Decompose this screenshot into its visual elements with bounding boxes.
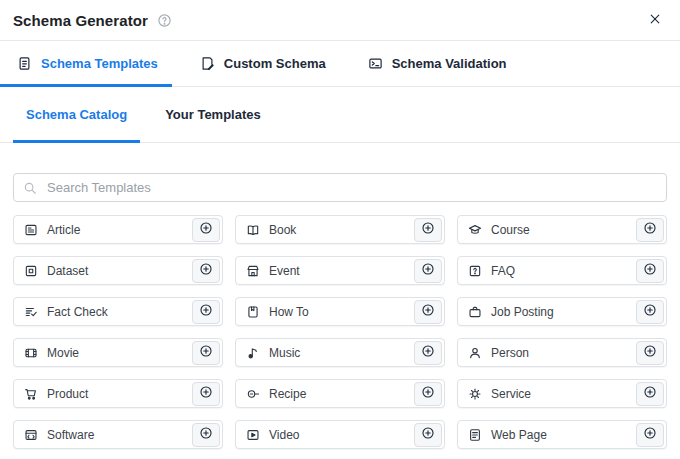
- subtab-schema-catalog[interactable]: Schema Catalog: [13, 87, 140, 142]
- template-card-course: Course: [457, 215, 667, 244]
- add-web-page-button[interactable]: [636, 423, 664, 447]
- template-card-product: Product: [13, 379, 223, 408]
- add-product-button[interactable]: [192, 382, 220, 406]
- page-title: Schema Generator: [13, 12, 148, 29]
- video-icon: [246, 428, 260, 442]
- add-movie-button[interactable]: [192, 341, 220, 365]
- add-faq-button[interactable]: [636, 259, 664, 283]
- add-circle-icon: [421, 344, 435, 361]
- add-circle-icon: [421, 426, 435, 443]
- how-to-icon: [246, 305, 260, 319]
- template-label: Music: [269, 346, 300, 360]
- template-label: Book: [269, 223, 296, 237]
- add-circle-icon: [199, 385, 213, 402]
- template-label: Product: [47, 387, 88, 401]
- add-circle-icon: [643, 303, 657, 320]
- book-icon: [246, 223, 260, 237]
- template-card-job-posting: Job Posting: [457, 297, 667, 326]
- add-article-button[interactable]: [192, 218, 220, 242]
- add-circle-icon: [421, 262, 435, 279]
- add-event-button[interactable]: [414, 259, 442, 283]
- tab-label: Schema Validation: [392, 56, 507, 71]
- product-icon: [24, 387, 38, 401]
- add-circle-icon: [643, 385, 657, 402]
- template-label: Recipe: [269, 387, 306, 401]
- subtab-label: Schema Catalog: [26, 107, 127, 122]
- template-card-event: Event: [235, 256, 445, 285]
- document-edit-icon: [200, 56, 215, 71]
- fact-check-icon: [24, 305, 38, 319]
- service-icon: [468, 387, 482, 401]
- template-card-article: Article: [13, 215, 223, 244]
- course-icon: [468, 223, 482, 237]
- event-icon: [246, 264, 260, 278]
- close-icon: [648, 12, 662, 29]
- add-software-button[interactable]: [192, 423, 220, 447]
- add-recipe-button[interactable]: [414, 382, 442, 406]
- template-card-how-to: How To: [235, 297, 445, 326]
- help-circle-icon[interactable]: [157, 13, 172, 28]
- tab-label: Custom Schema: [224, 56, 326, 71]
- add-how-to-button[interactable]: [414, 300, 442, 324]
- add-book-button[interactable]: [414, 218, 442, 242]
- add-video-button[interactable]: [414, 423, 442, 447]
- job-posting-icon: [468, 305, 482, 319]
- template-label: Event: [269, 264, 300, 278]
- add-circle-icon: [643, 344, 657, 361]
- template-label: Article: [47, 223, 80, 237]
- add-circle-icon: [199, 344, 213, 361]
- template-label: Web Page: [491, 428, 547, 442]
- tab-custom-schema[interactable]: Custom Schema: [186, 41, 340, 86]
- web-page-icon: [468, 428, 482, 442]
- document-lines-icon: [17, 56, 32, 71]
- add-circle-icon: [643, 262, 657, 279]
- template-card-person: Person: [457, 338, 667, 367]
- template-label: Job Posting: [491, 305, 554, 319]
- add-circle-icon: [421, 385, 435, 402]
- search-container: [13, 173, 667, 202]
- article-icon: [24, 223, 38, 237]
- add-circle-icon: [199, 303, 213, 320]
- template-card-fact-check: Fact Check: [13, 297, 223, 326]
- sub-tabs: Schema CatalogYour Templates: [0, 87, 680, 143]
- add-music-button[interactable]: [414, 341, 442, 365]
- add-course-button[interactable]: [636, 218, 664, 242]
- template-label: Video: [269, 428, 299, 442]
- add-service-button[interactable]: [636, 382, 664, 406]
- template-card-web-page: Web Page: [457, 420, 667, 449]
- add-job-posting-button[interactable]: [636, 300, 664, 324]
- movie-icon: [24, 346, 38, 360]
- add-fact-check-button[interactable]: [192, 300, 220, 324]
- recipe-icon: [246, 387, 260, 401]
- tab-schema-templates[interactable]: Schema Templates: [0, 41, 172, 86]
- template-card-video: Video: [235, 420, 445, 449]
- person-icon: [468, 346, 482, 360]
- template-label: Service: [491, 387, 531, 401]
- template-card-movie: Movie: [13, 338, 223, 367]
- template-label: Movie: [47, 346, 79, 360]
- add-person-button[interactable]: [636, 341, 664, 365]
- template-grid: ArticleBookCourseDatasetEventFAQFact Che…: [0, 215, 680, 449]
- search-icon: [23, 181, 37, 195]
- template-card-dataset: Dataset: [13, 256, 223, 285]
- schema-generator-dialog: Schema Generator Schema TemplatesCustom …: [0, 0, 680, 459]
- template-label: FAQ: [491, 264, 515, 278]
- add-circle-icon: [643, 221, 657, 238]
- search-input[interactable]: [13, 173, 667, 202]
- template-card-music: Music: [235, 338, 445, 367]
- main-tabs: Schema TemplatesCustom SchemaSchema Vali…: [0, 41, 680, 87]
- subtab-label: Your Templates: [165, 107, 261, 122]
- dialog-header: Schema Generator: [0, 0, 680, 41]
- add-circle-icon: [421, 221, 435, 238]
- tab-label: Schema Templates: [41, 56, 158, 71]
- add-circle-icon: [199, 426, 213, 443]
- tab-schema-validation[interactable]: Schema Validation: [354, 41, 521, 86]
- template-label: Course: [491, 223, 530, 237]
- subtab-your-templates[interactable]: Your Templates: [152, 87, 274, 142]
- add-dataset-button[interactable]: [192, 259, 220, 283]
- terminal-icon: [368, 56, 383, 71]
- music-icon: [246, 346, 260, 360]
- add-circle-icon: [199, 262, 213, 279]
- close-button[interactable]: [646, 10, 664, 31]
- template-label: Person: [491, 346, 529, 360]
